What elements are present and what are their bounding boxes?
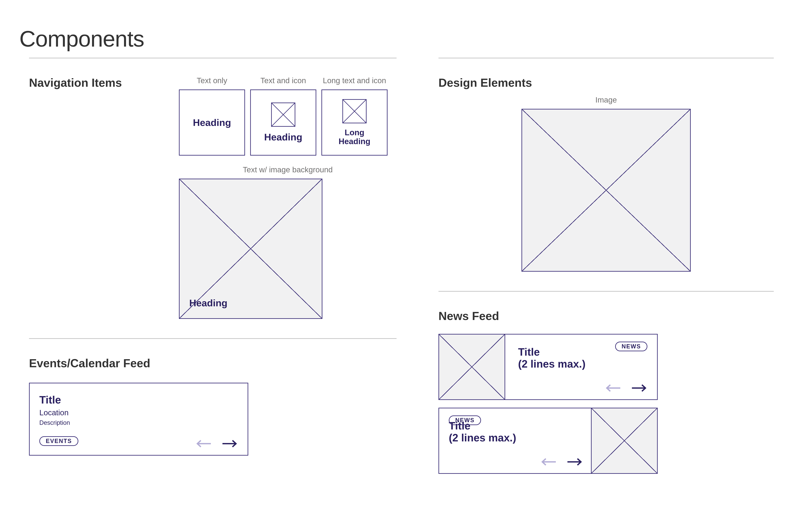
section-title-design-elements: Design Elements <box>439 76 774 89</box>
nav-tile-heading: Heading <box>264 132 302 143</box>
section-title-news: News Feed <box>439 309 774 323</box>
section-divider <box>29 58 397 58</box>
nav-tile-long-text-icon[interactable]: Long Heading <box>322 90 387 156</box>
arrow-left-icon[interactable] <box>605 384 621 392</box>
nav-tile-image-bg[interactable]: Heading <box>179 178 322 319</box>
image-placeholder-icon <box>271 102 295 127</box>
arrow-left-icon[interactable] <box>195 439 211 448</box>
nav-tile-heading: Long Heading <box>339 128 370 146</box>
events-card-description: Description <box>39 419 238 426</box>
image-placeholder <box>591 408 657 473</box>
nav-tile-heading: Heading <box>193 117 231 128</box>
arrow-left-icon[interactable] <box>540 458 556 466</box>
nav-tile-heading: Heading <box>189 298 228 308</box>
nav-variant-label-long-text-icon: Long text and icon <box>323 76 386 85</box>
section-title-events: Events/Calendar Feed <box>29 357 397 370</box>
category-chip-news: NEWS <box>449 415 481 425</box>
page-title: Components <box>19 26 803 52</box>
design-element-image-label: Image <box>595 95 617 104</box>
image-placeholder <box>439 335 505 399</box>
section-divider <box>29 338 397 339</box>
events-card-title: Title <box>39 394 238 406</box>
section-divider <box>439 291 774 292</box>
image-placeholder-icon <box>342 99 367 123</box>
news-card[interactable]: Title (2 lines max.) NEWS <box>439 408 658 474</box>
nav-variant-label-text-icon: Text and icon <box>261 76 306 85</box>
image-placeholder <box>521 109 691 272</box>
category-chip-news: NEWS <box>615 342 647 351</box>
arrow-right-icon[interactable] <box>222 439 238 448</box>
nav-tile-text-only[interactable]: Heading <box>179 90 245 156</box>
section-divider <box>439 58 774 58</box>
section-title-navigation: Navigation Items <box>29 76 161 89</box>
arrow-right-icon[interactable] <box>631 384 647 392</box>
nav-tile-text-icon[interactable]: Heading <box>250 90 316 156</box>
events-card-location: Location <box>39 408 238 417</box>
category-chip-events: EVENTS <box>39 436 78 446</box>
nav-variant-label-image-bg: Text w/ image background <box>243 165 333 174</box>
arrow-right-icon[interactable] <box>567 458 583 466</box>
nav-variant-label-text-only: Text only <box>197 76 227 85</box>
events-card[interactable]: Title Location Description EVENTS <box>29 383 248 456</box>
news-card[interactable]: Title (2 lines max.) NEWS <box>439 334 658 400</box>
